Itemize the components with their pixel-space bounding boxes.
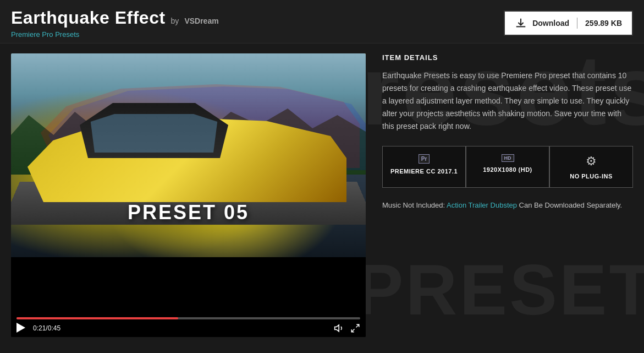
spec-badge-plugins: ⚙ NO PLUG-INS <box>549 146 633 188</box>
time-current: 0:21 <box>33 324 46 332</box>
music-note-prefix: Music Not Included: <box>382 201 447 209</box>
download-icon <box>515 17 527 29</box>
music-note: Music Not Included: Action Trailer Dubst… <box>382 200 633 211</box>
svg-line-1 <box>356 324 359 327</box>
header-title-row: Earthquake Effect by VSDream <box>11 8 219 28</box>
hd-badge-label: HD <box>502 154 514 162</box>
car-window <box>88 114 220 153</box>
car-body <box>27 92 346 213</box>
car-scene <box>11 53 366 257</box>
plugins-label: NO PLUG-INS <box>570 173 613 180</box>
download-size: 259.89 KB <box>585 19 622 28</box>
download-label: Download <box>532 19 569 28</box>
header: Earthquake Effect by VSDream Premiere Pr… <box>0 0 644 44</box>
main-container: 10 Presets PRESET Earthquake Effect by V… <box>0 0 644 353</box>
right-panel: ITEM DETAILS Earthquake Presets is easy … <box>382 53 633 337</box>
gear-icon: ⚙ <box>586 154 597 169</box>
progress-bar-fill <box>16 317 178 319</box>
by-label: by <box>171 17 179 25</box>
time-display: 0:21/0:45 <box>33 324 60 332</box>
premiere-icon: Pr <box>419 154 430 164</box>
spec-badge-premiere: Pr PREMIERE CC 2017.1 <box>382 146 466 188</box>
fullscreen-icon[interactable] <box>350 323 360 333</box>
play-button[interactable] <box>16 323 27 334</box>
hd-icon: HD <box>502 154 514 162</box>
author-name: VSDream <box>184 17 218 25</box>
item-details-title: ITEM DETAILS <box>382 53 633 62</box>
content-area: PRESET 05 0:21/0:45 <box>0 44 644 347</box>
spec-badge-resolution: HD 1920X1080 (HD) <box>466 146 549 188</box>
volume-icon[interactable] <box>334 323 345 334</box>
progress-bar[interactable] <box>16 317 360 319</box>
time-total: 0:45 <box>48 324 60 332</box>
download-divider <box>577 18 577 29</box>
play-icon <box>16 323 25 333</box>
spec-badges: Pr PREMIERE CC 2017.1 HD 1920X1080 (HD) … <box>382 146 633 188</box>
music-link[interactable]: Action Trailer Dubstep <box>447 201 517 209</box>
video-container: PRESET 05 0:21/0:45 <box>11 53 366 337</box>
controls-row: 0:21/0:45 <box>16 323 360 334</box>
item-description: Earthquake Presets is easy to use Premie… <box>382 69 633 133</box>
resolution-label: 1920X1080 (HD) <box>483 166 532 173</box>
video-controls: 0:21/0:45 <box>11 313 366 337</box>
music-note-suffix: Can Be Downloaded Separately. <box>517 201 622 209</box>
download-button[interactable]: Download 259.89 KB <box>504 10 633 36</box>
svg-line-2 <box>351 329 354 332</box>
preset-label: PRESET 05 <box>128 201 249 224</box>
pr-badge-label: Pr <box>419 154 430 164</box>
breadcrumb-link[interactable]: Premiere Pro Presets <box>11 30 219 39</box>
video-frame: PRESET 05 <box>11 53 366 257</box>
header-left: Earthquake Effect by VSDream Premiere Pr… <box>11 8 219 39</box>
svg-marker-0 <box>335 325 339 332</box>
premiere-label: PREMIERE CC 2017.1 <box>390 168 458 175</box>
page-title: Earthquake Effect <box>11 8 166 28</box>
